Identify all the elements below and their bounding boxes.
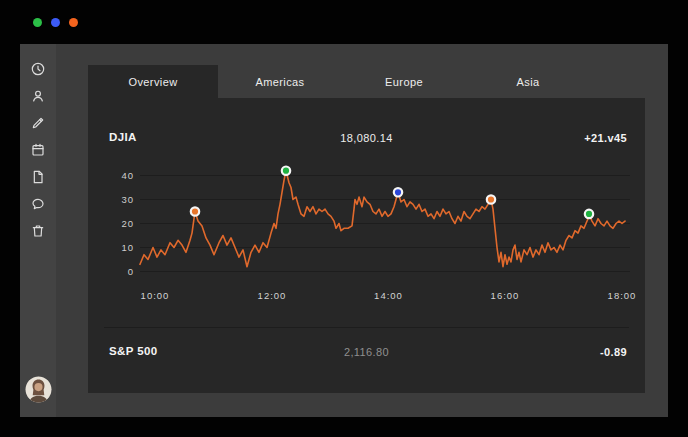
user-icon[interactable]	[30, 88, 46, 104]
x-tick-label: 10:00	[123, 290, 187, 301]
y-tick-label: 40	[121, 170, 134, 181]
pen-icon[interactable]	[30, 115, 46, 131]
window-body: OverviewAmericasEuropeAsia DJIA 18,080.1…	[20, 44, 668, 417]
x-tick-label: 18:00	[590, 290, 654, 301]
user-avatar[interactable]	[25, 376, 52, 403]
overview-panel: DJIA 18,080.14 +21.v45 010203040 10:0012…	[88, 98, 645, 393]
traffic-light-green[interactable]	[33, 18, 42, 27]
x-axis-labels: 10:0012:0014:0016:0018:00	[140, 290, 630, 302]
quote-row-djia[interactable]: DJIA 18,080.14 +21.v45	[88, 128, 645, 148]
quote-row-sp500[interactable]: S&P 500 2,116.80 -0.89	[88, 342, 645, 362]
x-tick-label: 12:00	[240, 290, 304, 301]
traffic-light-orange[interactable]	[69, 18, 78, 27]
clock-icon[interactable]	[30, 61, 46, 77]
tab-europe[interactable]: Europe	[342, 65, 466, 98]
window-titlebar	[20, 0, 668, 44]
chart-marker[interactable]	[487, 195, 495, 203]
tab-americas[interactable]: Americas	[218, 65, 342, 98]
chart-marker[interactable]	[585, 210, 593, 218]
chat-icon[interactable]	[30, 196, 46, 212]
x-tick-label: 16:00	[473, 290, 537, 301]
y-tick-label: 20	[121, 218, 134, 229]
document-icon[interactable]	[30, 169, 46, 185]
main-content: OverviewAmericasEuropeAsia DJIA 18,080.1…	[56, 44, 668, 417]
sidebar-nav	[20, 44, 56, 417]
tab-asia[interactable]: Asia	[466, 65, 590, 98]
tab-bar: OverviewAmericasEuropeAsia	[88, 65, 645, 98]
chart-marker[interactable]	[282, 167, 290, 175]
traffic-light-blue[interactable]	[51, 18, 60, 27]
djia-chart	[140, 165, 630, 285]
chart-marker[interactable]	[394, 188, 402, 196]
y-tick-label: 10	[121, 242, 134, 253]
sp500-change: -0.89	[600, 346, 627, 358]
y-tick-label: 30	[121, 194, 134, 205]
section-divider	[104, 327, 629, 328]
sp500-last-price: 2,116.80	[88, 346, 645, 358]
app-window: OverviewAmericasEuropeAsia DJIA 18,080.1…	[20, 0, 668, 417]
x-tick-label: 14:00	[357, 290, 421, 301]
chart-marker[interactable]	[191, 207, 199, 215]
price-line	[140, 171, 625, 267]
trash-icon[interactable]	[30, 223, 46, 239]
desktop-background: OverviewAmericasEuropeAsia DJIA 18,080.1…	[0, 0, 688, 437]
djia-change: +21.v45	[584, 132, 627, 144]
djia-last-price: 18,080.14	[88, 132, 645, 144]
djia-chart-svg	[140, 165, 630, 285]
calendar-icon[interactable]	[30, 142, 46, 158]
y-tick-label: 0	[128, 266, 134, 277]
tab-overview[interactable]: Overview	[88, 65, 218, 98]
y-axis-labels: 010203040	[100, 165, 134, 285]
